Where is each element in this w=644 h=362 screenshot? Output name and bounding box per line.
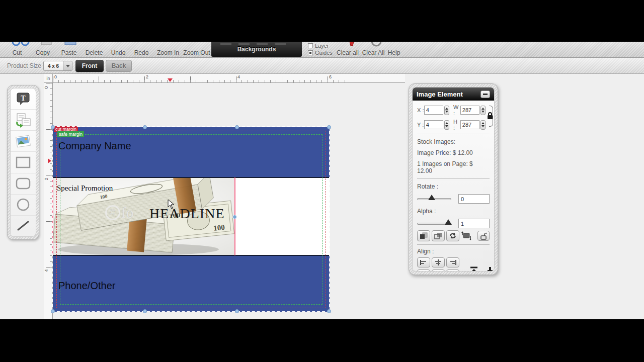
tools-palette: T (7, 85, 39, 240)
layer-checkbox-row: Layer (308, 43, 329, 49)
selection-handle[interactable] (143, 125, 147, 129)
align-left-button[interactable] (417, 257, 430, 267)
w-input[interactable] (460, 106, 479, 115)
zoom-out-button[interactable]: Zoom Out (182, 42, 211, 58)
selection-handle[interactable] (143, 309, 147, 313)
redo-button[interactable]: Redo (131, 42, 152, 58)
align-middle-vertical-button[interactable] (432, 269, 445, 272)
align-top-button[interactable] (417, 269, 430, 272)
alpha-slider[interactable] (417, 223, 451, 225)
rounded-rectangle-tool[interactable] (11, 173, 36, 195)
h-label: H : (453, 119, 460, 131)
guides-checkbox[interactable] (308, 50, 313, 55)
selection-handle[interactable] (235, 309, 239, 313)
ruler-cursor-marker-h (168, 78, 173, 82)
postcard-design[interactable]: Company Name (53, 127, 330, 312)
selection-handle[interactable] (327, 309, 331, 313)
alpha-slider-thumb[interactable] (445, 219, 452, 225)
w-label: W : (453, 104, 460, 116)
image-element-panel: Image Element X : W : Y : (409, 83, 498, 275)
lock-element-button[interactable] (477, 231, 490, 241)
options-bar: Product Size 4 x 6 Front Back (0, 58, 644, 74)
y-spinner[interactable] (444, 120, 449, 130)
panel-header[interactable]: Image Element (413, 87, 494, 101)
ellipse-tool[interactable] (11, 195, 36, 216)
align-bottom-button[interactable] (446, 269, 459, 272)
selection-handle[interactable] (235, 125, 239, 129)
w-spinner[interactable] (480, 106, 486, 115)
middle-band[interactable]: 100 100 100 (53, 178, 330, 255)
dropdown-arrow-button[interactable] (63, 61, 72, 70)
copy-button[interactable]: Copy (31, 42, 54, 58)
x-label: X : (417, 107, 424, 113)
rotate-button[interactable] (446, 230, 459, 241)
alpha-input[interactable] (458, 219, 490, 228)
selection-handle[interactable] (51, 125, 55, 129)
h-spinner[interactable] (480, 120, 486, 130)
send-to-back-button[interactable] (486, 266, 495, 272)
guides-checkbox-row: Guides (308, 50, 333, 56)
product-size-dropdown[interactable]: 4 x 6 (43, 61, 72, 71)
stock-images-label: Stock Images: (417, 138, 490, 145)
mouse-cursor (168, 199, 175, 209)
footer-band[interactable]: Phone/Other (53, 255, 330, 312)
image-price-text: Image Price: $ 12.00 (417, 149, 490, 156)
product-size-value: 4 x 6 (44, 63, 63, 69)
guides-label: Guides (315, 50, 333, 56)
bring-to-front-button[interactable] (469, 266, 478, 272)
minus-icon (483, 94, 488, 95)
backgrounds-button[interactable]: Backgrounds (211, 42, 302, 57)
letterbox-top (0, 0, 644, 42)
company-name-text[interactable]: Company Name (58, 140, 131, 152)
duplicate-tool[interactable] (11, 110, 36, 131)
background-thumbnails (220, 43, 286, 45)
swap-image-button[interactable] (461, 231, 472, 240)
rotate-slider[interactable] (417, 198, 451, 200)
header-band[interactable]: Company Name (53, 127, 330, 178)
clear-all-uppercase-button[interactable]: Clear All (360, 42, 386, 58)
zoom-in-button[interactable]: Zoom In (155, 42, 181, 58)
help-button[interactable]: Help (385, 42, 403, 58)
rectangle-tool-icon (15, 156, 32, 169)
image-tool-icon (15, 134, 31, 148)
lock-icon[interactable] (487, 112, 494, 120)
rotate-arrows-icon (449, 232, 457, 239)
selection-handle[interactable] (51, 309, 55, 313)
rotate-slider-thumb[interactable] (428, 195, 435, 200)
svg-text:T: T (21, 95, 26, 102)
paste-button[interactable]: Paste (57, 42, 80, 58)
duplicate-tool-icon (15, 113, 31, 128)
layer-label: Layer (315, 43, 329, 49)
bring-forward-button[interactable] (417, 230, 430, 241)
text-tool[interactable]: T (11, 88, 36, 110)
align-center-horizontal-button[interactable] (432, 257, 445, 267)
special-promotion-text[interactable]: Special Promotion (57, 184, 113, 193)
h-input[interactable] (460, 120, 479, 129)
line-tool[interactable] (11, 216, 36, 236)
image-tool[interactable] (11, 131, 36, 152)
phone-other-text[interactable]: Phone/Other (58, 280, 115, 292)
line-tool-icon (16, 219, 31, 232)
align-right-button[interactable] (446, 257, 459, 267)
x-input[interactable] (424, 106, 443, 115)
x-spinner[interactable] (444, 106, 449, 115)
back-tab[interactable]: Back (106, 60, 132, 72)
clear-all-button[interactable]: Clear all (335, 42, 360, 58)
divider (417, 244, 490, 245)
delete-button[interactable]: Delete (82, 42, 107, 58)
selection-handle[interactable] (327, 125, 331, 129)
layer-checkbox[interactable] (308, 43, 313, 48)
undo-button[interactable]: Undo (108, 42, 129, 58)
chevron-down-icon (66, 65, 70, 67)
rectangle-tool[interactable] (11, 152, 36, 173)
rotate-input[interactable] (458, 194, 490, 204)
y-input[interactable] (424, 120, 443, 129)
cut-button[interactable]: Cut (7, 42, 27, 58)
image-resize-handle[interactable] (232, 215, 237, 219)
letterbox-bottom (0, 319, 644, 362)
send-backward-button[interactable] (432, 230, 445, 241)
front-tab[interactable]: Front (75, 60, 104, 72)
headline-text[interactable]: HEADLINE (149, 206, 225, 222)
product-size-label: Product Size (7, 62, 41, 69)
minimize-button[interactable] (480, 90, 490, 98)
